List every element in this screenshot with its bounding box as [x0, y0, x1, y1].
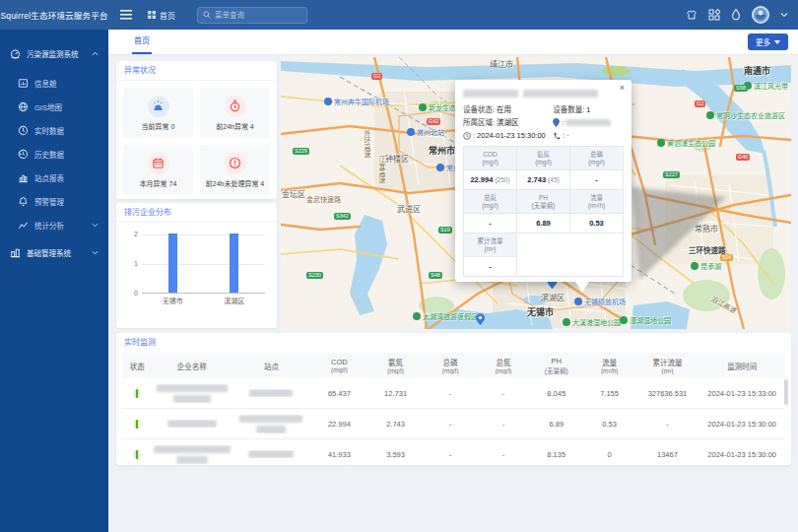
site-name-redacted: [232, 389, 311, 397]
app-header: Squirrel生态环境云服务平台 首页: [0, 0, 798, 30]
chevron-down-icon: [92, 250, 99, 255]
gis-map[interactable]: 靖江市南通市常州市钟楼区武进区金坛区金武快速路无锡市滨湖区常熟市三环快速路常州奔…: [281, 57, 791, 329]
site-name-redacted: [232, 450, 311, 458]
statistics-icon: [18, 220, 29, 231]
bar-chart: 012: [142, 234, 265, 294]
column-header: 氨氮(mg/l): [367, 357, 424, 374]
cell-value: 8.045: [530, 389, 583, 398]
realtime-monitor-panel: 实时监测 状态企业名称站点COD(mg/l)氨氮(mg/l)总磷(mg/l)总氮…: [116, 333, 791, 465]
metric-header: 氨氮(mg/l): [517, 147, 570, 170]
empty-cell: [517, 233, 624, 277]
metric-value: -: [570, 170, 624, 190]
widget-icon[interactable]: [708, 9, 720, 21]
metric-value: 2.743 (45): [517, 170, 570, 190]
sidebar-item-sub-5[interactable]: 站点报表: [0, 166, 108, 188]
cell-value: 2024-01-23 15:30:00: [698, 420, 784, 429]
popup-metrics-table: COD(mg/l)氨氮(mg/l)总磷(mg/l)22.994 (250)2.7…: [463, 146, 624, 277]
gridline: [142, 264, 265, 265]
cell-value: 3.593: [367, 450, 424, 459]
table-row[interactable]: 65.43712.731--8.0457.155327636.5312024-0…: [122, 378, 785, 409]
monitor-table: 状态企业名称站点COD(mg/l)氨氮(mg/l)总磷(mg/l)总氮(mg/l…: [122, 353, 785, 470]
sidebar-item-label: 历史数据: [34, 149, 64, 160]
column-header: 流量(m³/h): [583, 357, 636, 374]
gis-map-icon: [18, 101, 29, 112]
sidebar-item-sub-3[interactable]: 实时数据: [0, 119, 108, 141]
breadcrumb-home[interactable]: 首页: [160, 10, 175, 21]
cell-value: 22.994: [311, 420, 367, 429]
search-input[interactable]: [215, 11, 299, 20]
sidebar-item-sub-1[interactable]: 信息舱: [0, 72, 108, 94]
abnormal-card-1[interactable]: 前24h异常 4: [200, 88, 270, 138]
breadcrumb[interactable]: 首页: [148, 10, 175, 21]
tab-home[interactable]: 首页: [134, 30, 150, 55]
column-header: 状态: [122, 361, 152, 371]
realtime-data-icon: [18, 125, 29, 136]
abnormal-card-label: 本月异常 74: [140, 178, 177, 188]
abnormal-card-2[interactable]: 本月异常 74: [123, 145, 193, 195]
cell-value: -: [477, 450, 530, 459]
sidebar-item-sub-2[interactable]: GIS地图: [0, 96, 108, 117]
table-scrollbar[interactable]: [784, 379, 788, 405]
user-avatar[interactable]: [752, 6, 769, 24]
status-dot: [122, 420, 152, 429]
cell-value: -: [424, 420, 477, 429]
status-dot: [122, 389, 152, 398]
table-row[interactable]: 22.9942.743--6.890.53-2024-01-23 15:30:0…: [122, 409, 785, 439]
menu-search-box[interactable]: [197, 7, 307, 24]
cell-value: 8.135: [530, 450, 583, 459]
calendar-icon: [148, 153, 169, 174]
cell-value: 327636.531: [636, 389, 699, 398]
sidebar-item-sub-6[interactable]: 预警管理: [0, 190, 108, 212]
cell-value: -: [636, 420, 699, 429]
abnormal-card-label: 前24h异常 4: [216, 121, 254, 131]
sidebar-item-label: 预警管理: [34, 196, 64, 207]
metric-value: 22.994 (250): [464, 170, 517, 190]
chevron-down-icon[interactable]: [780, 12, 788, 18]
hamburger-icon[interactable]: [120, 10, 132, 20]
enterprise-name-redacted: [152, 384, 232, 403]
device-address-redacted: :: [553, 116, 611, 129]
abnormal-card-3[interactable]: 前24h未处理异常 4: [200, 145, 270, 195]
device-region: 所属区域:滨湖区: [463, 116, 553, 129]
apps-grid-icon: [148, 11, 156, 19]
alert-icon: [225, 153, 246, 174]
tab-bar: 首页 更多: [108, 30, 798, 55]
chevron-up-icon: [92, 51, 99, 56]
device-count: 设备数量:1: [553, 103, 590, 116]
popup-title-redacted: [463, 90, 624, 98]
more-button[interactable]: 更多: [748, 33, 788, 50]
cell-value: -: [477, 420, 530, 429]
y-tick-label: 2: [128, 231, 138, 237]
column-header: 总磷(mg/l): [424, 357, 477, 374]
abnormal-card-label: 当前异常 0: [142, 121, 175, 131]
sidebar-item-label: 站点报表: [34, 172, 64, 183]
theme-shirt-icon[interactable]: [686, 9, 698, 21]
phone-icon: [553, 132, 561, 140]
panel-title: 异常状况: [116, 61, 277, 81]
metric-value: -: [464, 257, 517, 277]
metric-header: 累计流量(m³): [464, 233, 517, 257]
history-data-icon: [18, 149, 29, 160]
metric-header: COD(mg/l): [464, 147, 517, 170]
info-dashboard-icon: [18, 78, 29, 89]
abnormal-card-0[interactable]: 当前异常 0: [123, 88, 193, 138]
gridline: [142, 234, 265, 235]
sidebar-item-monitor-system[interactable]: 污染源监测系统: [0, 42, 108, 64]
location-pin-icon: [553, 118, 560, 127]
table-header-row: 状态企业名称站点COD(mg/l)氨氮(mg/l)总磷(mg/l)总氮(mg/l…: [122, 353, 785, 378]
sidebar-item-sub-4[interactable]: 历史数据: [0, 143, 108, 165]
sidebar-item-label: 基础管理系统: [27, 247, 71, 258]
flame-icon[interactable]: [731, 9, 741, 21]
sidebar-item-label: 统计分析: [34, 220, 64, 231]
abnormal-status-panel: 异常状况 当前异常 0前24h异常 4本月异常 74前24h未处理异常 4: [116, 61, 277, 199]
sidebar-item-sub-7[interactable]: 统计分析: [0, 214, 108, 235]
cell-value: 65.437: [311, 389, 367, 398]
close-icon[interactable]: ×: [620, 83, 625, 93]
metric-value: -: [464, 214, 517, 233]
sidebar-item-base-system[interactable]: 基础管理系统: [0, 241, 108, 263]
cell-value: 41.933: [311, 450, 367, 459]
cell-value: -: [424, 450, 477, 459]
table-row[interactable]: 41.9333.593--8.1350134672024-01-23 15:30…: [122, 439, 785, 470]
panel-title: 排污企业分布: [116, 203, 277, 223]
abnormal-card-label: 前24h未处理异常 4: [206, 178, 265, 188]
